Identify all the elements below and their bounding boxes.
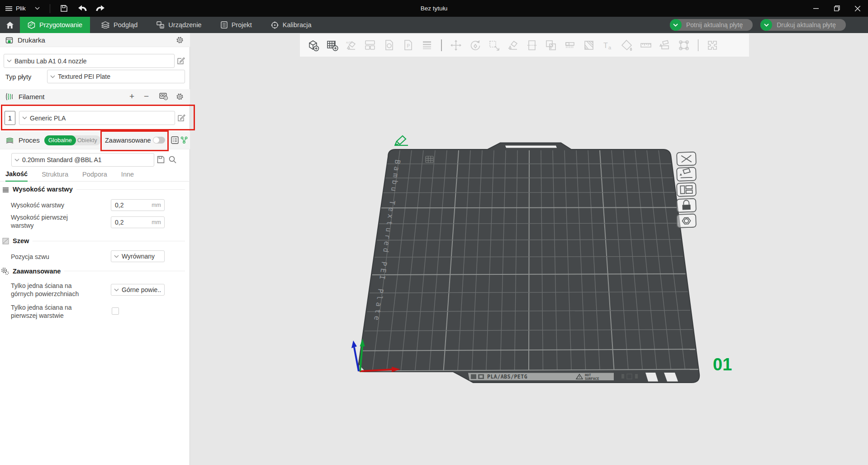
file-menu[interactable]: Plik [16,5,26,12]
chevron-down-icon[interactable] [35,7,40,10]
printer-edit-icon[interactable] [177,57,185,65]
plate-number: 01 [713,355,732,374]
chevron-down-icon [114,255,119,258]
tab-other[interactable]: Inne [121,171,134,181]
layer-height-section: Wysokość warstwy [2,186,188,193]
settings-sidebar: Drukarka Bambu Lab A1 0.4 nozzle Typ pły… [0,33,190,465]
tab-structure[interactable]: Struktura [42,171,68,181]
preview-icon [101,21,109,29]
layer-height-label: Wysokość warstwy [11,201,64,209]
first-one-wall-label: Tylko jedna ściana na pierwszej warstwie [11,303,91,320]
z-axis-arrow [351,340,357,348]
seam-position-label: Pozycja szwu [11,253,49,261]
process-section-header: Proces Globalne Obiekty Zaawansowane [0,131,190,149]
chevron-down-icon [50,75,55,78]
tab-prepare[interactable]: Przygotowanie [20,17,90,33]
scope-objects[interactable]: Obiekty [76,137,101,144]
home-button[interactable] [0,17,20,33]
printer-settings-gear-icon[interactable] [176,36,184,44]
slice-plate-button[interactable]: Potnij aktualną płytę [670,19,753,31]
organize-icon[interactable] [180,136,188,144]
tab-quality[interactable]: Jakość [5,170,28,182]
filament-slot-number[interactable]: 1 [5,111,15,125]
chevron-down-icon [22,116,27,120]
remove-filament-icon[interactable]: − [144,91,149,101]
advanced-toggle[interactable] [153,137,165,144]
seam-position-select[interactable]: Wyrównany [111,250,165,262]
plate-qr-icon [471,374,476,379]
plate-type-label: Typ płyty [5,73,31,81]
chevron-down-icon [7,59,12,62]
restore-button[interactable] [826,0,847,17]
seam-section: Szew [2,237,188,244]
save-preset-icon[interactable] [157,156,165,163]
printer-icon [5,36,13,44]
edit-plate-name-icon[interactable] [394,136,408,145]
plate-settings-button[interactable] [677,183,696,197]
process-tabs: Jakość Struktura Podpora Inne [0,170,190,182]
seam-icon [2,238,9,244]
process-layers-icon [5,137,14,144]
advanced-section: Zaawansowane [1,267,188,275]
redo-icon[interactable] [96,5,105,12]
advanced-gears-icon [1,267,9,275]
project-icon [221,21,228,29]
slice-dropdown-icon[interactable] [670,19,682,31]
filament-edit-icon[interactable] [177,114,185,122]
close-button[interactable] [847,0,868,17]
hamburger-menu-icon[interactable] [5,6,12,11]
first-one-wall-checkbox[interactable] [112,307,119,315]
title-bar: Plik Bez tytułu [0,0,868,17]
undo-icon[interactable] [78,5,87,12]
chevron-down-icon [14,158,19,162]
tab-project[interactable]: Projekt [213,17,260,33]
filament-spool-icon [5,93,14,101]
save-icon[interactable] [60,5,68,12]
advanced-label: Zaawansowane [105,137,151,144]
printer-section-header: Drukarka [0,33,190,47]
plate-type-select[interactable]: Textured PEI Plate [47,70,185,83]
plate-visibility-button[interactable] [677,214,696,228]
arrange-plate-button[interactable] [677,168,696,181]
prepare-icon [28,21,35,29]
search-preset-icon[interactable] [169,156,176,163]
layer-height-field[interactable]: 0,2 mm [111,199,165,211]
filament-section-header: Filament + − [0,89,190,104]
tab-device[interactable]: Urządzenie [149,17,209,33]
calibration-icon [271,21,279,29]
delete-plate-button[interactable] [677,152,696,166]
hot-surface-label-2: SURFACE [585,377,599,381]
printer-preset-select[interactable]: Bambu Lab A1 0.4 nozzle [4,54,175,68]
plate-materials-label: PLA/ABS/PETG [487,374,527,380]
plate-handle-slot [505,146,557,148]
process-scope-switch[interactable]: Globalne Obiekty [44,135,101,145]
build-plate-scene: Bambu Textured PEI Plate PLA/ABS/PETG HO… [190,33,868,465]
ams-sync-icon[interactable] [159,93,168,100]
tab-support[interactable]: Podpora [82,171,107,181]
lock-plate-button[interactable] [677,199,696,212]
print-plate-button[interactable]: Drukuj aktualną płytę [760,19,846,31]
layer-height-icon [2,187,9,192]
scope-global[interactable]: Globalne [44,135,76,145]
filament-settings-gear-icon[interactable] [176,93,184,101]
top-one-wall-label: Tylko jedna ściana na górnych powierzchn… [11,282,91,298]
top-one-wall-select[interactable]: Górne powie.. [111,284,165,296]
process-preset-select[interactable]: 0.20mm Standard @BBL A1 [11,153,154,167]
chevron-down-icon [114,288,119,292]
minimize-button[interactable] [806,0,826,17]
viewport-3d[interactable]: AUTOPTa Bambu Textured PEI Plate PLA/ABS… [190,33,868,465]
first-layer-height-label: Wysokość pierwszej warstwy [11,213,85,230]
tab-preview[interactable]: Podgląd [94,17,145,33]
titlebar-divider [50,4,50,13]
window-title: Bez tytułu [0,5,868,12]
objects-list-icon[interactable] [171,136,179,144]
add-filament-icon[interactable]: + [129,91,134,101]
filament-preset-select[interactable]: Generic PLA [19,111,175,125]
tab-calibration[interactable]: Kalibracja [263,17,319,33]
first-layer-height-field[interactable]: 0,2 mm [111,216,165,228]
device-icon [157,21,164,29]
